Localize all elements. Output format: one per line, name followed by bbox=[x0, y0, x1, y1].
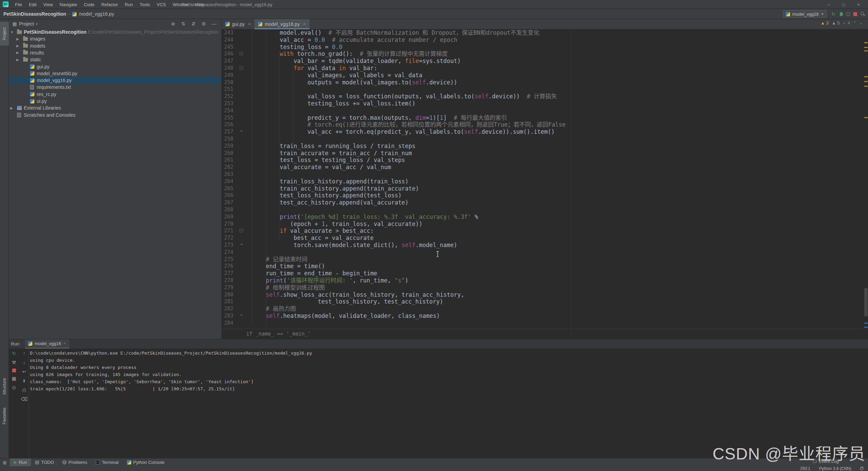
menu-item-code[interactable]: Code bbox=[81, 2, 98, 7]
tool-window-button-todo[interactable]: TODO bbox=[31, 458, 58, 467]
editor-scrollbar[interactable] bbox=[863, 29, 868, 339]
wrench-icon[interactable]: ⚒ bbox=[11, 359, 17, 366]
tree-item-static[interactable]: ▶static bbox=[9, 56, 222, 63]
chevron-right-icon[interactable]: ▶ bbox=[16, 44, 19, 48]
breadcrumb-file[interactable]: model_vgg16.py bbox=[79, 11, 114, 17]
rerun-icon[interactable]: ↻ bbox=[830, 11, 836, 17]
code-area[interactable]: 243model.eval() # 不启用 BatchNormalization… bbox=[222, 29, 868, 346]
interpreter-selector[interactable]: Python 3.8 (CNN) bbox=[819, 466, 851, 471]
search-icon[interactable] bbox=[861, 12, 865, 16]
tree-item-images[interactable]: ▶images bbox=[9, 35, 222, 42]
tree-item-gui-py[interactable]: gui.py bbox=[9, 63, 222, 70]
tree-item-ui-py[interactable]: ui.py bbox=[9, 98, 222, 104]
code-line[interactable]: 255predict_y = torch.max(outputs, dim=1)… bbox=[222, 114, 868, 121]
code-line[interactable]: 275# 记录结束时间 bbox=[222, 256, 868, 263]
settings-icon[interactable]: ⚙ bbox=[201, 21, 207, 27]
pin-icon[interactable]: ⊙ bbox=[11, 385, 17, 391]
code-line[interactable]: 244val_acc = 0.0 # accumulate accurate n… bbox=[222, 36, 868, 44]
locate-icon[interactable]: ⊕ bbox=[170, 21, 176, 27]
tree-item-requirements-txt[interactable]: requirements.txt bbox=[9, 84, 222, 91]
code-line[interactable]: 268 bbox=[222, 206, 868, 213]
code-line[interactable]: 269print('[epoch %d] train_loss: %.3f va… bbox=[222, 213, 868, 221]
code-line[interactable]: 253testing_loss += val_loss.item() bbox=[222, 100, 868, 107]
debug-icon[interactable] bbox=[840, 12, 843, 16]
code-line[interactable]: 274 bbox=[222, 249, 868, 256]
tool-strip-favorites[interactable]: Favorites bbox=[0, 402, 9, 429]
chevron-right-icon[interactable]: ▶ bbox=[10, 106, 13, 110]
menu-item-tools[interactable]: Tools bbox=[136, 2, 153, 7]
editor-tab-gui-py[interactable]: gui.py✕ bbox=[222, 19, 254, 29]
fold-marker-icon[interactable]: ⌐ bbox=[239, 314, 243, 318]
code-line[interactable]: 264train_loss_history.append(train_loss) bbox=[222, 178, 868, 185]
chevron-right-icon[interactable]: ▶ bbox=[16, 58, 19, 62]
rerun-icon[interactable]: ↻ bbox=[11, 350, 17, 356]
tree-item-external-libraries[interactable]: ▶External Libraries bbox=[9, 104, 222, 111]
print-icon[interactable]: ⎙ bbox=[21, 387, 27, 393]
close-icon[interactable]: ✕ bbox=[63, 341, 66, 346]
code-line[interactable]: 282# 画热力图 bbox=[222, 305, 868, 312]
lock-icon[interactable] bbox=[860, 468, 863, 470]
tree-item-model-vgg16-py[interactable]: model_vgg16.py bbox=[9, 77, 222, 84]
code-line[interactable]: 270(epoch + 1, train_loss, val_accurate)… bbox=[222, 221, 868, 228]
prev-error-icon[interactable]: ⌃ bbox=[853, 21, 856, 25]
project-panel-header[interactable]: ▦ Project ▾ ⊕⇅⇵⚙— bbox=[9, 19, 222, 29]
code-line[interactable]: 252val_loss = loss_function(outputs, val… bbox=[222, 93, 868, 100]
code-line[interactable]: 265train_acc_history.append(train_accura… bbox=[222, 185, 868, 192]
code-line[interactable]: 272best_acc = val_accurate bbox=[222, 234, 868, 242]
chevron-down-icon[interactable]: ▾ bbox=[36, 22, 38, 26]
clear-icon[interactable]: ⌫ bbox=[21, 396, 27, 402]
code-line[interactable]: 257⌐val_acc += torch.eq(predict_y, val_l… bbox=[222, 128, 868, 135]
tool-window-switcher-icon[interactable]: ▦ bbox=[3, 460, 6, 465]
menu-item-view[interactable]: View bbox=[40, 2, 56, 7]
code-line[interactable]: 267test_acc_history.append(val_accurate) bbox=[222, 199, 868, 206]
code-line[interactable]: 276end_time = time() bbox=[222, 263, 868, 270]
code-line[interactable]: 262val_accurate = val_acc / val_num bbox=[222, 164, 868, 171]
fold-marker-icon[interactable]: − bbox=[239, 52, 243, 55]
code-line[interactable]: 245testing_loss = 0.0 bbox=[222, 44, 868, 51]
tool-window-button-problems[interactable]: !Problems bbox=[58, 458, 91, 467]
menu-item-run[interactable]: Run bbox=[121, 2, 136, 7]
code-line[interactable]: 278print('该循环程序运行时间: ', run_time, "s") bbox=[222, 277, 868, 284]
tool-strip-project[interactable]: Project bbox=[0, 22, 9, 46]
code-line[interactable]: 271−if val_accurate > best_acc: bbox=[222, 227, 868, 234]
stop-icon[interactable] bbox=[12, 369, 16, 372]
code-line[interactable]: 251 bbox=[222, 86, 868, 93]
code-line[interactable]: 259train_loss = running_loss / train_ste… bbox=[222, 143, 868, 150]
fold-marker-icon[interactable]: ⌐ bbox=[239, 243, 243, 247]
code-line[interactable]: 277run_time = end_time - begin_time bbox=[222, 270, 868, 277]
hide-icon[interactable]: — bbox=[211, 21, 217, 27]
run-config-selector[interactable]: model_vgg16 ▼ bbox=[783, 10, 827, 18]
tool-window-button-terminal[interactable]: ›Terminal bbox=[91, 458, 122, 467]
code-line[interactable]: 281test_loss_history, test_acc_history) bbox=[222, 298, 868, 305]
code-line[interactable]: 256# torch.eq()进行逐元素的比较，若相同位置的两个元素相同，则返回… bbox=[222, 121, 868, 128]
code-line[interactable]: 283⌐self.heatmaps(model, validate_loader… bbox=[222, 312, 868, 320]
tool-strip-structure[interactable]: Structure bbox=[0, 373, 9, 400]
code-line[interactable]: 261test_loss = testing_loss / val_steps bbox=[222, 157, 868, 164]
scrollbar-thumb[interactable] bbox=[864, 288, 868, 316]
close-icon[interactable]: ✕ bbox=[303, 22, 306, 27]
code-line[interactable]: 280self.show_loss_acc(train_loss_history… bbox=[222, 291, 868, 298]
tree-item-scratches-and-consoles[interactable]: Scratches and Consoles bbox=[9, 112, 222, 118]
softwrap-icon[interactable]: ↩ bbox=[21, 369, 27, 375]
menu-item-refactor[interactable]: Refactor bbox=[98, 2, 121, 7]
minimize-button[interactable]: – bbox=[821, 0, 836, 9]
tool-window-button-python-console[interactable]: Python Console bbox=[123, 458, 169, 467]
menu-item-vcs[interactable]: VCS bbox=[153, 2, 169, 7]
next-error-icon[interactable]: ⌄ bbox=[859, 21, 863, 25]
code-line[interactable]: 266test_loss_history.append(test_loss) bbox=[222, 192, 868, 199]
expand-all-icon[interactable]: ⇵ bbox=[190, 21, 197, 27]
code-line[interactable]: 243model.eval() # 不启用 BatchNormalization… bbox=[222, 29, 868, 36]
breadcrumb-project[interactable]: PetSkinDiseasesRecogition bbox=[3, 11, 66, 17]
stop-icon[interactable] bbox=[853, 12, 857, 16]
chevron-right-icon[interactable]: ▶ bbox=[16, 37, 19, 41]
menu-item-edit[interactable]: Edit bbox=[26, 2, 40, 7]
up-icon[interactable]: ↑ bbox=[21, 350, 27, 356]
layout-icon[interactable]: ▦ bbox=[11, 375, 17, 381]
maximize-button[interactable]: □ bbox=[836, 0, 851, 9]
close-icon[interactable]: ✕ bbox=[248, 22, 251, 27]
close-button[interactable]: × bbox=[851, 0, 866, 9]
tool-window-button-run[interactable]: Run bbox=[10, 458, 31, 467]
tree-item-model-resnet50-py[interactable]: model_resnet50.py bbox=[9, 70, 222, 77]
code-line[interactable]: 260train_accurate = train_acc / train_nu… bbox=[222, 150, 868, 157]
fold-marker-icon[interactable]: ⌐ bbox=[239, 130, 243, 133]
